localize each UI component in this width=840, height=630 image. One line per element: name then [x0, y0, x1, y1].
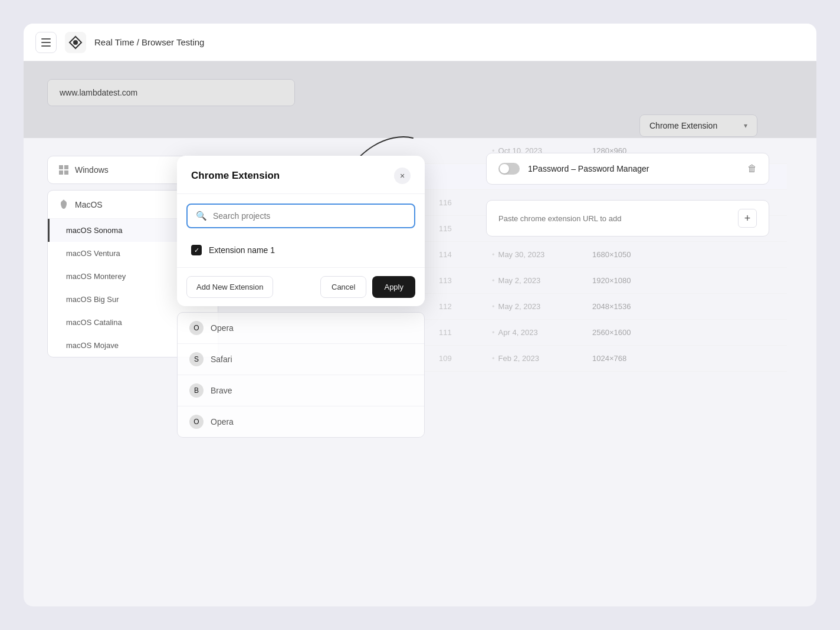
modal-search-area: 🔍 [177, 194, 425, 233]
svg-point-1 [73, 40, 78, 45]
safari-icon: S [189, 352, 204, 366]
breadcrumb: Real Time / Browser Testing [94, 37, 204, 47]
browser-item-safari[interactable]: S Safari [178, 344, 424, 375]
browser-item-opera2[interactable]: O Opera [178, 406, 424, 437]
apple-icon [58, 199, 69, 210]
content-area: www.lambdatest.com Windows › [24, 61, 816, 138]
close-icon: × [400, 171, 405, 181]
macos-label: MacOS [75, 200, 103, 209]
modal-list-item[interactable]: Extension name 1 [186, 238, 415, 262]
browser-opera2-label: Opera [211, 417, 234, 426]
search-icon: 🔍 [196, 211, 207, 221]
logo-icon [65, 32, 86, 53]
windows-icon [58, 165, 69, 175]
windows-label-group: Windows [58, 165, 109, 175]
svg-rect-2 [59, 165, 63, 169]
main-window: Real Time / Browser Testing www.lambdate… [24, 24, 816, 606]
opera2-icon: O [189, 415, 204, 429]
toggle-switch[interactable] [498, 163, 520, 175]
add-new-extension-button[interactable]: Add New Extension [186, 276, 273, 298]
password-manager-label: 1Password – Password Manager [528, 164, 739, 173]
paste-url-row: + [486, 200, 769, 237]
password-manager-row: 1Password – Password Manager 🗑 [486, 153, 769, 185]
browser-safari-label: Safari [211, 355, 232, 364]
browser-opera1-label: Opera [211, 323, 234, 333]
apply-button[interactable]: Apply [372, 276, 415, 298]
hamburger-icon [41, 38, 51, 47]
modal-title: Chrome Extension [191, 170, 280, 182]
search-input[interactable] [213, 211, 406, 221]
topbar: Real Time / Browser Testing [24, 24, 816, 61]
browser-item-opera1[interactable]: O Opera [178, 313, 424, 344]
browser-list: O Opera S Safari B Brave O Opera [177, 312, 425, 438]
svg-rect-3 [64, 165, 68, 169]
paste-url-input[interactable] [498, 214, 731, 223]
opera-icon: O [189, 321, 204, 335]
svg-point-6 [63, 199, 65, 201]
brave-icon: B [189, 383, 204, 398]
browser-brave-label: Brave [211, 386, 232, 395]
toggle-knob [500, 164, 509, 173]
chrome-extension-modal: Chrome Extension × 🔍 Extension name 1 [177, 156, 425, 306]
modal-footer: Add New Extension Cancel Apply [177, 267, 425, 306]
trash-icon[interactable]: 🗑 [747, 163, 757, 174]
svg-rect-4 [59, 170, 63, 175]
checkbox-checked-icon[interactable] [191, 245, 202, 255]
modal-header: Chrome Extension × [177, 156, 425, 194]
cancel-button[interactable]: Cancel [320, 276, 366, 298]
modal-backdrop[interactable] [24, 61, 816, 138]
modal-close-button[interactable]: × [394, 168, 411, 184]
menu-button[interactable] [35, 32, 57, 53]
footer-actions: Cancel Apply [320, 276, 415, 298]
windows-label: Windows [75, 165, 109, 175]
macos-label-group: MacOS [58, 199, 103, 210]
svg-rect-5 [64, 170, 68, 175]
add-url-button[interactable]: + [738, 209, 757, 228]
extension-name-label: Extension name 1 [209, 245, 275, 255]
search-box: 🔍 [186, 204, 415, 228]
browser-item-brave[interactable]: B Brave [178, 375, 424, 406]
modal-extension-list: Extension name 1 [177, 233, 425, 267]
